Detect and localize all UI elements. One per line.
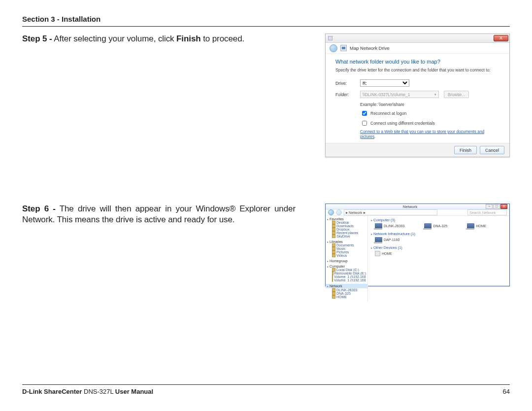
step6-num: Step 6 -: [22, 204, 56, 213]
explorer-main: Favorites Desktop Downloads Dropbox Rece…: [326, 216, 509, 302]
sidebar-network-header[interactable]: Network: [327, 284, 366, 288]
step6-text-body: The drive will then appear in your Windo…: [22, 204, 296, 224]
section-computer[interactable]: Computer (3): [371, 218, 506, 222]
network-device[interactable]: DAP-1160: [375, 237, 399, 242]
sidebar-item[interactable]: Pictures: [332, 250, 366, 254]
close-icon[interactable]: X: [500, 204, 507, 209]
folder-label: Folder:: [335, 92, 355, 97]
nav-forward-icon[interactable]: [336, 209, 342, 215]
step6-text: Step 6 - The drive will then appear in y…: [22, 204, 296, 286]
page-number: 64: [503, 388, 510, 395]
sidebar-item[interactable]: Removable Disk (E:): [332, 272, 366, 275]
footer-rule: [22, 384, 510, 385]
netinfra-items: DAP-1160: [375, 237, 506, 242]
router-icon: [375, 237, 382, 242]
page-footer: D-Link ShareCenter DNS-327L User Manual …: [22, 384, 510, 395]
footer-product: D-Link ShareCenter DNS-327L User Manual: [22, 388, 153, 395]
step5-finish-word: Finish: [176, 34, 200, 43]
device-icon: [375, 251, 380, 256]
sidebar-item[interactable]: DNA-325: [332, 292, 366, 295]
sidebar-item[interactable]: Local Disk (C:): [332, 268, 366, 272]
map-network-drive-dialog: X Map Network Drive What network folder …: [325, 34, 510, 157]
network-computer[interactable]: DNA-325: [424, 223, 447, 229]
sidebar-item[interactable]: DLINK-28303: [332, 288, 366, 292]
explorer-address-bar: ▸ Network ▸ Search Network: [326, 209, 509, 216]
header-rule: [22, 26, 510, 27]
sidebar-homegroup-header[interactable]: Homegroup: [327, 259, 366, 263]
dialog-crumb: Map Network Drive: [326, 43, 509, 54]
explorer-window: Network − □ X ▸ Network ▸ Search Network: [325, 204, 510, 286]
sidebar-item[interactable]: Desktop: [332, 221, 366, 224]
footer-product-c: User Manual: [115, 388, 153, 395]
drive-label: Drive:: [335, 81, 355, 86]
explorer-sidebar: Favorites Desktop Downloads Dropbox Rece…: [326, 216, 368, 302]
network-computer[interactable]: HOME: [467, 223, 486, 229]
nav-back-icon[interactable]: [328, 209, 334, 215]
step6-image: Network − □ X ▸ Network ▸ Search Network: [304, 204, 510, 286]
section-netinfra[interactable]: Network Infrastructure (1): [371, 232, 506, 236]
folder-combo[interactable]: \\DLINK-0327L\Volume_1 ▾: [360, 91, 439, 98]
credentials-checkbox-row[interactable]: Connect using different credentials: [360, 119, 499, 127]
section-other[interactable]: Other Devices (1): [371, 245, 506, 250]
folder-value: \\DLINK-0327L\Volume_1: [363, 92, 410, 97]
explorer-titlebar: Network − □ X: [326, 204, 509, 209]
credentials-label: Connect using different credentials: [370, 121, 435, 126]
network-device[interactable]: HOME: [375, 251, 392, 256]
footer-product-b: DNS-327L: [82, 388, 115, 395]
dialog-button-bar: Finish Cancel: [326, 143, 509, 157]
credentials-checkbox[interactable]: [362, 121, 367, 126]
reconnect-checkbox-row[interactable]: Reconnect at logon: [360, 109, 499, 117]
drive-row: Drive: R:: [335, 79, 499, 87]
chevron-down-icon: ▾: [434, 93, 436, 97]
sidebar-item[interactable]: Downloads: [332, 224, 366, 228]
sidebar-item[interactable]: Documents: [332, 243, 366, 247]
dialog-heading: What network folder would you like to ma…: [335, 59, 499, 65]
sidebar-item[interactable]: Volume_1 (\\192.168.0.102) (Y:): [332, 275, 366, 278]
network-computer[interactable]: DLINK-28303: [375, 223, 404, 229]
sidebar-item[interactable]: Volume_1 (\\192.168.0.102) (Z:): [332, 278, 366, 282]
drive-select[interactable]: R:: [360, 79, 409, 87]
minimize-icon[interactable]: −: [486, 204, 493, 209]
close-icon[interactable]: X: [494, 35, 508, 41]
step5-text-a: After selecting your volume, click: [52, 34, 176, 43]
sidebar-item[interactable]: Dropbox: [332, 228, 366, 231]
sidebar-item[interactable]: Music: [332, 247, 366, 250]
sidebar-favorites-header[interactable]: Favorites: [327, 217, 366, 221]
explorer-title: Network: [334, 205, 486, 209]
spacer: [22, 169, 510, 204]
computer-icon: [424, 223, 432, 229]
step5-num: Step 5 -: [22, 34, 52, 43]
browse-button[interactable]: Browse...: [444, 91, 469, 98]
computer-icon: [375, 223, 382, 229]
step5-row: Step 5 - After selecting your volume, cl…: [22, 34, 510, 157]
cancel-button[interactable]: Cancel: [480, 146, 504, 154]
dialog-body: What network folder would you like to ma…: [326, 54, 509, 143]
dialog-indented: Example: \\server\share Reconnect at log…: [360, 102, 499, 139]
explorer-content: Computer (3) DLINK-28303 DNA-325 HOME Ne…: [368, 216, 509, 302]
sidebar-item[interactable]: HOME: [332, 295, 366, 299]
reconnect-checkbox[interactable]: [362, 111, 367, 116]
finish-button[interactable]: Finish: [454, 146, 477, 154]
dialog-subtext: Specify the drive letter for the connect…: [335, 68, 499, 72]
section-header: Section 3 - Installation: [22, 15, 510, 23]
reconnect-label: Reconnect at logon: [370, 111, 406, 116]
search-input[interactable]: Search Network: [467, 209, 507, 215]
folder-row: Folder: \\DLINK-0327L\Volume_1 ▾ Browse.…: [335, 91, 499, 98]
maximize-icon[interactable]: □: [493, 204, 500, 209]
footer-product-a: D-Link ShareCenter: [22, 388, 82, 395]
drive-icon: [340, 45, 347, 51]
back-icon[interactable]: [330, 44, 337, 52]
breadcrumb[interactable]: ▸ Network ▸: [344, 209, 437, 215]
other-items: HOME: [375, 251, 506, 256]
step5-text-b: to proceed.: [201, 34, 245, 43]
step5-text: Step 5 - After selecting your volume, cl…: [22, 34, 296, 157]
sidebar-libraries-header[interactable]: Libraries: [327, 240, 366, 243]
step6-row: Step 6 - The drive will then appear in y…: [22, 204, 510, 286]
dialog-example: Example: \\server\share: [360, 102, 499, 107]
web-storage-link[interactable]: Connect to a Web site that you can use t…: [360, 129, 484, 139]
sidebar-computer-header[interactable]: Computer: [327, 265, 366, 268]
sidebar-item[interactable]: Videos: [332, 254, 366, 257]
sidebar-item[interactable]: SkyDrive: [332, 235, 366, 238]
sidebar-item[interactable]: Recent places: [332, 231, 366, 235]
dialog-title: Map Network Drive: [350, 45, 390, 51]
